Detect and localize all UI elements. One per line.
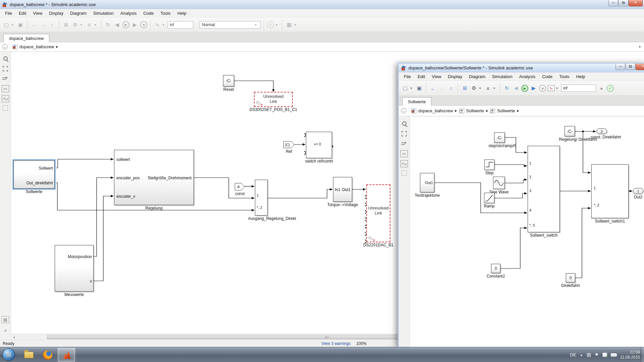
child-minimize-button[interactable]: – [615,64,625,70]
config-icon[interactable]: ≡ [86,21,93,28]
annotation-tool-icon[interactable]: A≡ [400,150,408,157]
menu-file[interactable]: File [2,10,15,17]
scope-icon[interactable]: ∿ [548,85,554,91]
back-icon[interactable]: ← [31,21,38,28]
scope-dropdown-icon[interactable]: ▾ [556,86,559,90]
block-direktfahrt[interactable]: 0 Direktfahrt [566,273,575,283]
hide-browser-icon[interactable]: ← [401,108,407,114]
warnings-link[interactable]: View 3 warnings [321,341,351,346]
child-restore-button[interactable]: ⧉ [626,64,635,70]
restore-button[interactable]: ⧉ [619,0,628,6]
viewmark-icon[interactable] [401,170,407,176]
zoom-tool-icon[interactable] [2,55,9,62]
block-testtrajektorie[interactable]: Out1 Testtrajektorie [420,173,434,192]
show-desktop-button[interactable] [641,347,644,362]
step-back-icon[interactable]: ◀ [512,84,520,92]
tray-expand-icon[interactable]: ▲ [580,353,583,357]
block-step-sin-ramp[interactable]: -C- step/sin/ramp/0 [494,132,505,143]
tab-dspace-ballscrew[interactable]: dspace_ballscrew [3,34,49,42]
menu-tools[interactable]: Tools [157,10,173,17]
back-icon[interactable]: ← [429,84,437,92]
sim-stop-time-field[interactable]: inf [561,84,596,92]
toolbar-overflow-icon[interactable]: » [598,84,605,92]
block-ds2201-unresolved[interactable]: Unresolved Link × DS2201DAC_B1 [366,184,390,242]
get-windows10-icon[interactable]: ⊞ [587,352,591,358]
validate-icon[interactable]: ✓ [607,85,614,92]
hide-browser-icon[interactable]: ← [2,44,8,50]
step-forward-icon[interactable]: ▶ [530,84,537,92]
fit-view-icon[interactable] [400,130,408,137]
menu-display[interactable]: Display [46,10,66,17]
breadcrumb-sollwerte-2[interactable]: Sollwerte [497,108,515,113]
block-messwerte[interactable]: Motorposition v Messwerte [55,245,94,292]
block-constant2[interactable]: 0 Constant2 [491,264,500,273]
block-sine-wave[interactable]: Sine Wave [493,177,505,189]
action-center-flag-icon[interactable]: ⚑ [595,352,599,357]
block-torque-voltage[interactable]: In1 Out1 Torque-->Voltage [333,177,352,202]
taskbar-firefox[interactable] [39,348,56,362]
block-sollwert-switch[interactable]: 1 2 3 4 *, 5 Sollwert_switch [528,146,560,232]
new-model-icon[interactable]: ▢ [3,21,10,28]
scope-view-icon[interactable] [2,95,9,102]
sim-stop-time-field[interactable]: inf [168,21,193,28]
menu-tools[interactable]: Tools [556,73,572,80]
run-icon[interactable]: ▶ [521,85,528,92]
language-indicator[interactable]: DE [570,352,576,357]
block-ds3002-unresolved[interactable]: Unresolved Link × DS3002SET_POS_B1_C1 [254,92,293,107]
scope-dropdown-icon[interactable]: ▾ [163,23,166,26]
child-close-button[interactable]: × [636,64,644,70]
build-icon[interactable]: ▦ [285,21,293,28]
save-icon[interactable]: ▣ [416,84,423,92]
block-reset[interactable]: -C- Reset [223,75,234,86]
breadcrumb-root[interactable]: dspace_ballscrew [19,44,54,49]
menu-edit[interactable]: Edit [415,73,428,80]
block-regelung-direktfahrt[interactable]: -C- Regelung/ Direktfahrt [565,126,575,136]
menu-view[interactable]: View [30,10,45,17]
menu-help[interactable]: Help [573,73,588,80]
menu-code[interactable]: Code [539,73,555,80]
stop-icon[interactable]: ■ [539,85,546,92]
config-icon[interactable]: ≡ [484,84,492,92]
stop-icon[interactable]: ■ [140,21,147,28]
fit-view-icon[interactable] [2,65,9,72]
update-diagram-icon[interactable]: ↻ [503,84,511,92]
forward-icon[interactable]: → [438,84,446,92]
block-switch-ref-contrl[interactable]: >= 0 switch ref/contrl [306,132,332,158]
menu-simulation[interactable]: Simulation [90,10,117,17]
validate-dropdown-icon[interactable]: ▾ [276,23,279,26]
validate-icon[interactable]: ✓ [267,21,274,28]
sim-mode-combo[interactable]: Normal ▾ [200,21,261,28]
block-sollwert-switch1[interactable]: 1 *, 2 Sollwert_switch1 [591,164,629,218]
model-settings-icon[interactable]: ⚙ [71,21,79,28]
child-canvas[interactable]: -C- step/sin/ramp/0 Step Sine Wave Ramp [410,117,644,347]
outport-out2[interactable]: 1 Out2 [633,188,643,194]
block-sollwerte[interactable]: Sollwert Out_direktfahrt Sollwerte [13,160,55,189]
menu-diagram[interactable]: Diagram [466,73,488,80]
menu-display[interactable]: Display [445,73,465,80]
image-capture-icon[interactable]: ▤ [2,316,9,323]
taskbar-matlab[interactable] [58,348,75,362]
clock[interactable]: 22:59 11.08.2015 [620,350,640,360]
tab-sollwerte[interactable]: Sollwerte [402,97,431,106]
menu-analysis[interactable]: Analysis [117,10,140,17]
block-regelung[interactable]: sollwert encoder_pos encoder_v Stellgröß… [114,150,194,205]
save-icon[interactable]: ▣ [17,21,24,28]
library-browser-icon[interactable]: ⊞ [62,21,70,28]
scope-view-icon[interactable] [400,160,408,167]
dropbox-icon[interactable]: ✓ [602,353,607,357]
battery-icon[interactable] [611,353,616,357]
settings-dropdown-icon[interactable]: ▾ [479,86,483,90]
zoom-tool-icon[interactable] [400,120,408,127]
settings-dropdown-icon[interactable]: ▾ [80,23,84,26]
block-step[interactable]: Step [484,160,494,170]
block-ramp[interactable]: Ramp [484,193,494,203]
menu-diagram[interactable]: Diagram [67,10,90,17]
scroll-left-icon[interactable]: ◂ [11,335,17,340]
block-ref-tag[interactable]: [C] Ref [283,141,294,148]
update-diagram-icon[interactable]: ↻ [104,21,112,28]
scope-icon[interactable]: ∿ [154,21,161,28]
build-dropdown-icon[interactable]: ▾ [294,23,298,26]
child-titlebar[interactable]: dspace_ballscrew/Sollwerte/Sollwerte * -… [399,64,644,72]
new-dropdown-icon[interactable]: ▾ [12,23,15,26]
menu-help[interactable]: Help [174,10,190,17]
